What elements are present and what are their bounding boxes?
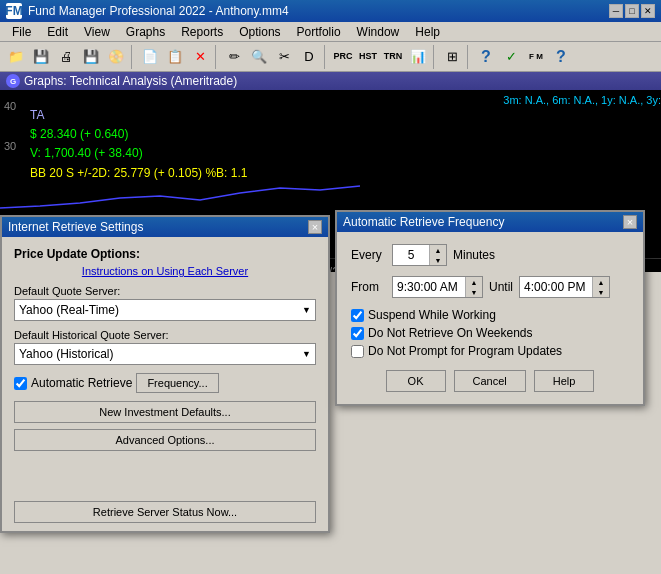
default-hist-dropdown[interactable]: Yahoo (Historical) ▼ xyxy=(14,343,316,365)
until-up-btn[interactable]: ▲ xyxy=(593,277,609,287)
tb-edit-btn[interactable]: ✏ xyxy=(222,45,246,69)
menu-reports[interactable]: Reports xyxy=(173,23,231,41)
until-down-btn[interactable]: ▼ xyxy=(593,287,609,297)
wide-btns-area: New Investment Defaults... Advanced Opti… xyxy=(14,401,316,457)
no-weekends-checkbox[interactable] xyxy=(351,327,364,340)
every-input[interactable] xyxy=(393,245,429,265)
new-investment-btn[interactable]: New Investment Defaults... xyxy=(14,401,316,423)
tb-cut-btn[interactable]: ✂ xyxy=(272,45,296,69)
graph-axis-30: 30 xyxy=(4,140,16,152)
every-spinner-btns: ▲ ▼ xyxy=(429,245,446,265)
no-weekends-label: Do Not Retrieve On Weekends xyxy=(368,326,533,340)
irs-footer: Retrieve Server Status Now... xyxy=(2,467,328,531)
arf-ok-btn[interactable]: OK xyxy=(386,370,446,392)
tb-table-btn[interactable]: ⊞ xyxy=(440,45,464,69)
suspend-row: Suspend While Working xyxy=(351,308,629,322)
tb-hst-btn[interactable]: HST xyxy=(356,45,380,69)
menu-options[interactable]: Options xyxy=(231,23,288,41)
every-spinner[interactable]: ▲ ▼ xyxy=(392,244,447,266)
from-time-input[interactable] xyxy=(393,277,465,297)
tb-print-btn[interactable]: 🖨 xyxy=(54,45,78,69)
tb-search-btn[interactable]: 🔍 xyxy=(247,45,271,69)
suspend-label: Suspend While Working xyxy=(368,308,496,322)
menu-help[interactable]: Help xyxy=(407,23,448,41)
from-up-btn[interactable]: ▲ xyxy=(466,277,482,287)
arf-dialog: Automatic Retrieve Frequency × Every ▲ ▼… xyxy=(335,210,645,406)
arf-body: Every ▲ ▼ Minutes From ▲ ▼ Until xyxy=(337,232,643,404)
frequency-btn[interactable]: Frequency... xyxy=(136,373,218,393)
menu-window[interactable]: Window xyxy=(349,23,408,41)
dropdown-arrow-2: ▼ xyxy=(302,349,311,359)
minimize-btn[interactable]: ─ xyxy=(609,4,623,18)
tb-floppy-btn[interactable]: 📀 xyxy=(104,45,128,69)
auto-retrieve-checkbox[interactable] xyxy=(14,377,27,390)
menu-bar: File Edit View Graphs Reports Options Po… xyxy=(0,22,661,42)
title-bar: FM Fund Manager Professional 2022 - Anth… xyxy=(0,0,661,22)
irs-title-text: Internet Retrieve Settings xyxy=(8,220,143,234)
irs-close-btn[interactable]: × xyxy=(308,220,322,234)
tb-fm-btn[interactable]: F M xyxy=(524,45,548,69)
irs-dialog-body: Price Update Options: Instructions on Us… xyxy=(2,237,328,467)
arf-close-btn[interactable]: × xyxy=(623,215,637,229)
tb-doc-btn[interactable]: 📄 xyxy=(138,45,162,69)
sep2 xyxy=(215,45,219,69)
from-row: From ▲ ▼ Until ▲ ▼ xyxy=(351,276,629,298)
graph-line1: $ 28.340 (+ 0.640) xyxy=(30,125,655,144)
arf-cancel-btn[interactable]: Cancel xyxy=(454,370,526,392)
every-label: Every xyxy=(351,248,386,262)
every-up-btn[interactable]: ▲ xyxy=(430,245,446,255)
sep4 xyxy=(433,45,437,69)
instructions-link[interactable]: Instructions on Using Each Server xyxy=(14,265,316,277)
suspend-checkbox[interactable] xyxy=(351,309,364,322)
tb-help2-btn[interactable]: ? xyxy=(549,45,573,69)
close-btn[interactable]: ✕ xyxy=(641,4,655,18)
tb-chart-btn[interactable]: 📊 xyxy=(406,45,430,69)
no-prompt-checkbox[interactable] xyxy=(351,345,364,358)
auto-retrieve-label: Automatic Retrieve xyxy=(31,376,132,390)
menu-file[interactable]: File xyxy=(4,23,39,41)
from-down-btn[interactable]: ▼ xyxy=(466,287,482,297)
tb-check-btn[interactable]: ✓ xyxy=(499,45,523,69)
menu-view[interactable]: View xyxy=(76,23,118,41)
retrieve-status-btn[interactable]: Retrieve Server Status Now... xyxy=(14,501,316,523)
tb-doc2-btn[interactable]: 📋 xyxy=(163,45,187,69)
advanced-btn[interactable]: Advanced Options... xyxy=(14,429,316,451)
until-time-input[interactable] xyxy=(520,277,592,297)
every-row: Every ▲ ▼ Minutes xyxy=(351,244,629,266)
menu-graphs[interactable]: Graphs xyxy=(118,23,173,41)
no-prompt-label: Do Not Prompt for Program Updates xyxy=(368,344,562,358)
tb-delete-btn[interactable]: ✕ xyxy=(188,45,212,69)
menu-portfolio[interactable]: Portfolio xyxy=(289,23,349,41)
tb-help-btn[interactable]: ? xyxy=(474,45,498,69)
until-spinner-btns: ▲ ▼ xyxy=(592,277,609,297)
sep5 xyxy=(467,45,471,69)
minutes-label: Minutes xyxy=(453,248,495,262)
graph-icon: G xyxy=(6,74,20,88)
tb-trn-btn[interactable]: TRN xyxy=(381,45,405,69)
tb-prc-btn[interactable]: PRC xyxy=(331,45,355,69)
arf-title-text: Automatic Retrieve Frequency xyxy=(343,215,504,229)
every-down-btn[interactable]: ▼ xyxy=(430,255,446,265)
sep3 xyxy=(324,45,328,69)
arf-help-btn[interactable]: Help xyxy=(534,370,595,392)
default-quote-value: Yahoo (Real-Time) xyxy=(19,303,119,317)
tb-save2-btn[interactable]: 💾 xyxy=(79,45,103,69)
default-quote-label: Default Quote Server: xyxy=(14,285,316,297)
graph-title-bar: G Graphs: Technical Analysis (Ameritrade… xyxy=(0,72,661,90)
from-time-wrap[interactable]: ▲ ▼ xyxy=(392,276,483,298)
graph-title: Graphs: Technical Analysis (Ameritrade) xyxy=(24,74,237,88)
app-icon-label: FM xyxy=(5,4,22,18)
sep1 xyxy=(131,45,135,69)
tb-save-btn[interactable]: 💾 xyxy=(29,45,53,69)
until-time-wrap[interactable]: ▲ ▼ xyxy=(519,276,610,298)
menu-edit[interactable]: Edit xyxy=(39,23,76,41)
auto-retrieve-row: Automatic Retrieve Frequency... xyxy=(14,373,316,393)
arf-dialog-title: Automatic Retrieve Frequency × xyxy=(337,212,643,232)
tb-paste-btn[interactable]: D xyxy=(297,45,321,69)
maximize-btn[interactable]: □ xyxy=(625,4,639,18)
from-spinner-btns: ▲ ▼ xyxy=(465,277,482,297)
graph-nav: 3m: N.A., 6m: N.A., 1y: N.A., 3y: xyxy=(503,94,661,106)
default-hist-label: Default Historical Quote Server: xyxy=(14,329,316,341)
tb-open-btn[interactable]: 📁 xyxy=(4,45,28,69)
default-quote-dropdown[interactable]: Yahoo (Real-Time) ▼ xyxy=(14,299,316,321)
